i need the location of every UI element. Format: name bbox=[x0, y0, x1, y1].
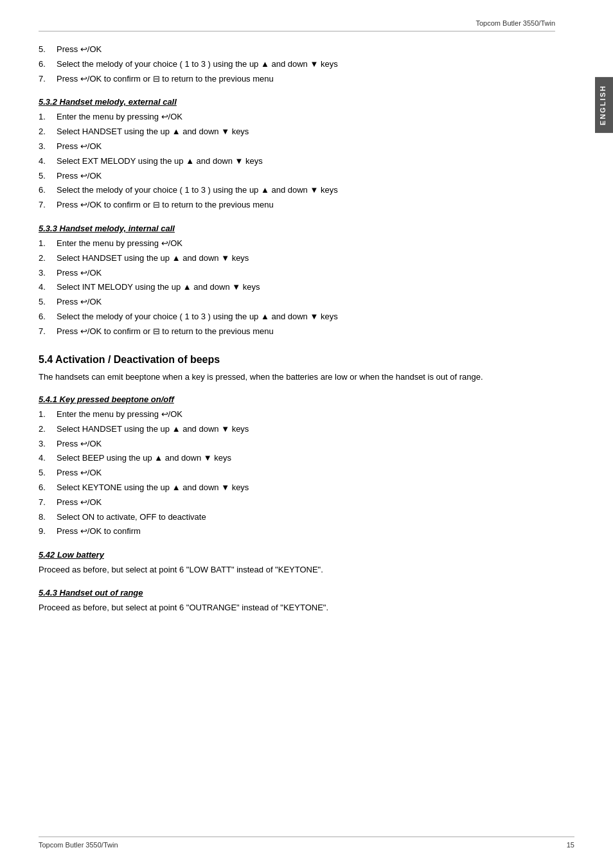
list-item: 2.Select HANDSET using the up ▲ and down… bbox=[39, 125, 555, 139]
intro-steps-list: 5. Press ↩/OK 6. Select the melody of yo… bbox=[39, 43, 555, 85]
list-item: 1.Enter the menu by pressing ↩/OK bbox=[39, 111, 555, 124]
list-item: 6. Select the melody of your choice ( 1 … bbox=[39, 58, 555, 71]
list-item: 6.Select KEYTONE using the up ▲ and down… bbox=[39, 481, 555, 495]
list-item: 6.Select the melody of your choice ( 1 t… bbox=[39, 184, 555, 197]
section-54-intro: The handsets can emit beeptone when a ke… bbox=[39, 371, 555, 384]
page: ENGLISH Topcom Butler 3550/Twin 5. Press… bbox=[0, 0, 613, 868]
list-item: 3.Press ↩/OK bbox=[39, 267, 555, 280]
side-label: ENGLISH bbox=[595, 77, 613, 133]
list-item: 8.Select ON to activate, OFF to deactiva… bbox=[39, 511, 555, 524]
header-title: Topcom Butler 3550/Twin bbox=[475, 19, 555, 27]
list-item: 7.Press ↩/OK bbox=[39, 496, 555, 509]
list-item: 3.Press ↩/OK bbox=[39, 438, 555, 451]
list-item: 5. Press ↩/OK bbox=[39, 43, 555, 57]
steps-533: 1.Enter the menu by pressing ↩/OK 2.Sele… bbox=[39, 237, 555, 339]
section-54-heading: 5.4 Activation / Deactivation of beeps bbox=[39, 354, 555, 366]
list-item: 7.Press ↩/OK to confirm or ⊟ to return t… bbox=[39, 325, 555, 339]
footer-right: 15 bbox=[567, 841, 574, 849]
list-item: 2.Select HANDSET using the up ▲ and down… bbox=[39, 252, 555, 265]
subsection-532-heading: 5.3.2 Handset melody, external call bbox=[39, 97, 555, 107]
list-item: 4.Select INT MELODY using the up ▲ and d… bbox=[39, 281, 555, 294]
subsection-533-heading: 5.3.3 Handset melody, internal call bbox=[39, 224, 555, 233]
list-item: 7.Press ↩/OK to confirm or ⊟ to return t… bbox=[39, 199, 555, 212]
list-item: 5.Press ↩/OK bbox=[39, 170, 555, 183]
list-item: 3.Press ↩/OK bbox=[39, 140, 555, 154]
subsection-543-heading: 5.4.3 Handset out of range bbox=[39, 588, 555, 598]
page-header: Topcom Butler 3550/Twin bbox=[39, 19, 555, 31]
steps-532: 1.Enter the menu by pressing ↩/OK 2.Sele… bbox=[39, 111, 555, 212]
main-content: 5. Press ↩/OK 6. Select the melody of yo… bbox=[39, 43, 555, 614]
steps-541: 1.Enter the menu by pressing ↩/OK 2.Sele… bbox=[39, 408, 555, 538]
list-item: 6.Select the melody of your choice ( 1 t… bbox=[39, 310, 555, 324]
list-item: 9.Press ↩/OK to confirm bbox=[39, 525, 555, 538]
list-item: 5.Press ↩/OK bbox=[39, 296, 555, 309]
list-item: 4.Select EXT MELODY using the up ▲ and d… bbox=[39, 155, 555, 168]
list-item: 1.Enter the menu by pressing ↩/OK bbox=[39, 408, 555, 421]
list-item: 2.Select HANDSET using the up ▲ and down… bbox=[39, 423, 555, 436]
section-543-para: Proceed as before, but select at point 6… bbox=[39, 601, 555, 614]
list-item: 4.Select BEEP using the up ▲ and down ▼ … bbox=[39, 452, 555, 465]
subsection-541-heading: 5.4.1 Key pressed beeptone on/off bbox=[39, 394, 555, 404]
list-item: 5.Press ↩/OK bbox=[39, 466, 555, 480]
list-item: 7. Press ↩/OK to confirm or ⊟ to return … bbox=[39, 73, 555, 86]
section-542-para: Proceed as before, but select at point 6… bbox=[39, 563, 555, 576]
subsection-542-heading: 5.42 Low battery bbox=[39, 550, 555, 560]
list-item: 1.Enter the menu by pressing ↩/OK bbox=[39, 237, 555, 251]
page-footer: Topcom Butler 3550/Twin 15 bbox=[39, 837, 574, 849]
footer-left: Topcom Butler 3550/Twin bbox=[39, 841, 118, 849]
